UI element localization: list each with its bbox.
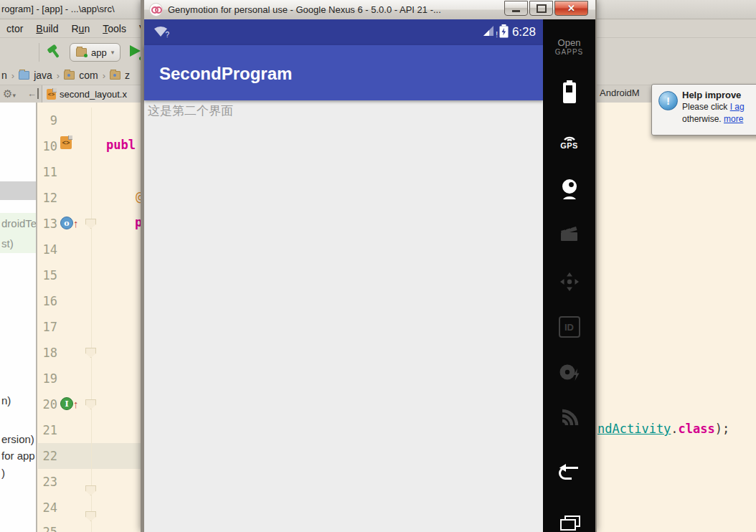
gutter-line-number: 18 — [37, 346, 57, 360]
app-bar: SecondProgram — [144, 45, 543, 100]
genymotion-window: Genymotion for personal use - Google Nex… — [141, 0, 597, 532]
breadcrumb-item-com[interactable]: com — [79, 70, 98, 81]
gps-widget-button[interactable]: GPS — [543, 131, 595, 150]
genymotion-title-bar[interactable]: Genymotion for personal use - Google Nex… — [144, 0, 595, 20]
code-fragment-line21: ndActivity.class); — [597, 422, 729, 436]
tab-second-layout[interactable]: <> second_layout.x — [42, 85, 154, 103]
app-content-text: 这是第二个界面 — [148, 103, 233, 119]
gear-icon[interactable]: ⚙▾ — [3, 87, 16, 100]
breadcrumb-item[interactable]: n — [1, 70, 7, 81]
gutter-line-number: 20 — [37, 397, 57, 412]
close-button[interactable]: ✕ — [554, 1, 588, 16]
agree-link[interactable]: I ag — [730, 102, 745, 112]
gutter-line-number: 14 — [37, 242, 57, 257]
menu-item-tools[interactable]: Tools — [96, 23, 133, 34]
status-bar-clock: 6:28 — [512, 25, 536, 39]
gutter-line-number: 17 — [37, 320, 57, 334]
screenshot-root: { "ide": { "window_title": "rogram] - [a… — [0, 0, 756, 532]
left-panel-text: ) — [1, 467, 36, 479]
open-gapps-button[interactable]: Open GAPPS — [543, 37, 595, 56]
id-badge-icon: ID — [559, 316, 580, 338]
build-hammer-icon[interactable] — [47, 43, 64, 62]
override-icon: o — [60, 217, 73, 229]
breadcrumb-separator: › — [57, 70, 60, 81]
override-marker[interactable]: o ↑ — [60, 217, 79, 229]
move-dpad-icon — [558, 270, 581, 293]
minimize-button[interactable] — [504, 1, 528, 16]
device-screen[interactable]: ? ! 6:28 SecondProgram 这是第二个界面 — [144, 19, 543, 532]
breadcrumb-item-java[interactable]: java — [34, 70, 52, 81]
battery-widget-button[interactable] — [543, 80, 595, 105]
help-improve-tooltip: ! Help improve Please click I ag otherwi… — [651, 84, 756, 136]
clapperboard-icon — [559, 224, 580, 243]
gutter-line-number: 10 — [37, 139, 57, 153]
menu-item-build[interactable]: Build — [29, 23, 65, 34]
toolbar-separator — [39, 43, 39, 62]
ide-window-title: rogram] - [app] - ...\app\src\ — [1, 4, 115, 14]
battery-charging-icon — [499, 24, 509, 41]
move-widgets-button[interactable] — [543, 270, 595, 293]
recents-icon — [556, 516, 583, 531]
gps-arcs-icon — [559, 131, 580, 141]
left-panel-text: n) — [1, 394, 36, 407]
breadcrumb-item-z[interactable]: z — [125, 70, 130, 81]
tab-android-manifest[interactable]: AndroidM — [600, 87, 640, 98]
app-title: SecondProgram — [159, 64, 292, 84]
run-configuration-label: app — [91, 47, 107, 58]
left-panel-text: ersion) — [1, 433, 36, 445]
xml-file-icon: <> — [47, 89, 56, 100]
tooltip-line2: otherwise. more — [682, 113, 756, 125]
code-fragment: publ — [106, 138, 136, 152]
folder-icon — [19, 71, 29, 80]
left-panel-text: for app — [1, 450, 36, 462]
gutter-line-number: 9 — [37, 113, 57, 128]
network-button[interactable] — [543, 407, 595, 428]
app-module-icon — [76, 48, 87, 57]
fold-guide-line — [91, 108, 92, 532]
package-folder-icon — [64, 71, 75, 80]
menu-item-run[interactable]: Run — [65, 23, 96, 34]
capture-button[interactable] — [543, 362, 595, 384]
cell-signal-icon: ! — [483, 25, 496, 39]
menu-item-refactor[interactable]: ctor — [0, 23, 29, 34]
scroll-from-source-icon[interactable]: ← — [27, 88, 39, 99]
gutter-line-number: 25 — [37, 525, 57, 532]
implement-marker[interactable]: I ↑ — [60, 397, 79, 410]
info-icon: ! — [658, 91, 678, 110]
related-xml-file-icon[interactable]: <> — [60, 136, 73, 149]
gutter-line-number: 13 — [37, 217, 57, 231]
tab-label: second_layout.x — [60, 89, 127, 100]
breadcrumb-separator: › — [103, 70, 105, 81]
chevron-down-icon: ▾ — [111, 49, 115, 56]
left-panel-text: st) — [1, 237, 36, 250]
tooltip-line1: Please click I ag — [682, 101, 756, 113]
class-reference[interactable]: ndActivity — [597, 422, 671, 436]
tooltip-title: Help improve — [682, 89, 756, 101]
left-panel-selected-row — [0, 181, 36, 200]
battery-icon — [560, 80, 579, 105]
wifi-question-mark: ? — [165, 31, 169, 39]
gutter-line-number: 23 — [37, 475, 57, 489]
more-link[interactable]: more — [724, 114, 743, 124]
gutter-line-number: 22 — [37, 449, 57, 463]
up-arrow-icon: ↑ — [73, 217, 79, 229]
genymotion-logo-icon — [149, 3, 163, 16]
device-id-button[interactable]: ID — [543, 316, 595, 338]
camera-widget-button[interactable] — [543, 177, 595, 201]
webcam-icon — [558, 177, 581, 201]
gutter-line-number: 12 — [37, 191, 57, 205]
screencast-button[interactable] — [543, 224, 595, 243]
android-recents-button[interactable] — [543, 516, 595, 531]
gutter-line-number: 16 — [37, 294, 57, 308]
wifi-icon: ? — [153, 25, 169, 40]
android-back-button[interactable] — [543, 462, 595, 481]
gutter-line-number: 11 — [37, 165, 57, 179]
disc-flash-icon — [557, 362, 582, 384]
back-arrow-icon — [556, 462, 583, 481]
up-arrow-icon: ↑ — [73, 398, 79, 410]
maximize-button[interactable] — [529, 1, 553, 16]
implement-icon: I — [60, 397, 73, 410]
run-configuration-select[interactable]: app ▾ — [70, 43, 121, 62]
left-panel-text: droidTe — [1, 217, 36, 229]
gutter-line-number: 15 — [37, 268, 57, 282]
